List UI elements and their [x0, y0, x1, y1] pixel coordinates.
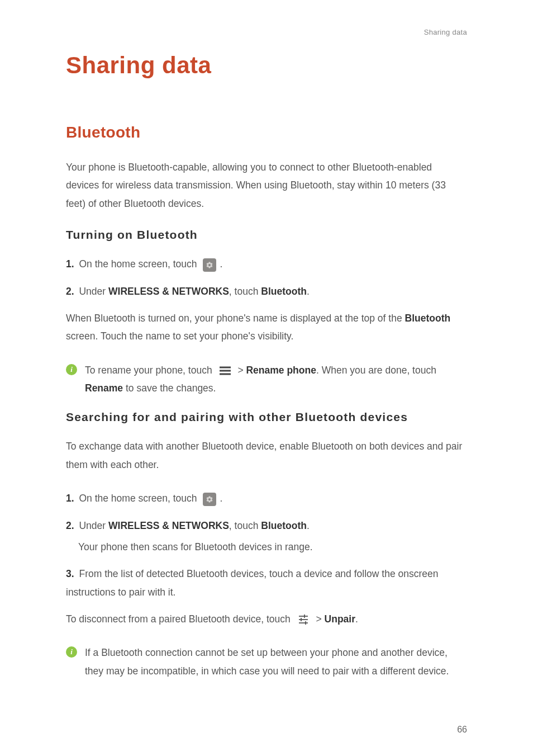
- searching-step3-text: From the list of detected Bluetooth devi…: [66, 568, 439, 597]
- unpair-label: Unpair: [325, 613, 355, 625]
- bluetooth-heading: Bluetooth: [66, 124, 467, 141]
- info-incompatible-text: If a Bluetooth connection cannot be set …: [85, 644, 467, 680]
- step-number-3: 3.: [66, 568, 74, 579]
- wireless-networks-label: WIRELESS & NETWORKS: [108, 286, 229, 297]
- searching-step1-after: .: [220, 493, 222, 504]
- info-b: >: [235, 365, 246, 376]
- turning-on-heading: Turning on Bluetooth: [66, 228, 467, 242]
- step-1-text: On the home screen, touch: [77, 258, 200, 270]
- step-1-after: .: [220, 258, 222, 270]
- sliders-icon: [297, 613, 310, 626]
- info-icon: i: [66, 646, 77, 658]
- step-2c: , touch: [229, 286, 261, 297]
- bluetooth-label-2: Bluetooth: [261, 520, 307, 531]
- searching-intro: To exchange data with another Bluetooth …: [66, 437, 467, 474]
- settings-icon: [203, 493, 216, 506]
- searching-heading: Searching for and pairing with other Blu…: [66, 410, 467, 424]
- disconnect-d: .: [355, 613, 358, 625]
- wireless-networks-label-2: WIRELESS & NETWORKS: [108, 520, 229, 531]
- step-2e: .: [307, 286, 310, 297]
- rename-phone-label: Rename phone: [246, 365, 316, 376]
- searching-step-2: 2. Under WIRELESS & NETWORKS, touch Blue…: [66, 517, 467, 535]
- s2c: , touch: [229, 520, 261, 531]
- result-a: When Bluetooth is turned on, your phone'…: [66, 313, 405, 324]
- step-number-2b: 2.: [66, 520, 74, 531]
- bluetooth-label: Bluetooth: [261, 286, 307, 297]
- disconnect-text: To disconnect from a paired Bluetooth de…: [66, 610, 467, 628]
- step-number-2: 2.: [66, 286, 74, 297]
- bluetooth-intro-text: Your phone is Bluetooth-capable, allowin…: [66, 158, 467, 212]
- menu-icon: [218, 366, 232, 376]
- info-d: . When you are done, touch: [316, 365, 436, 376]
- step-number-1: 1.: [66, 258, 74, 270]
- searching-step2-sub: Your phone then scans for Bluetooth devi…: [78, 538, 467, 556]
- step-number-1b: 1.: [66, 493, 74, 504]
- s2a: Under: [77, 520, 108, 531]
- searching-step-1: 1. On the home screen, touch .: [66, 489, 467, 507]
- info-icon: i: [66, 364, 77, 375]
- settings-icon: [203, 258, 216, 272]
- disconnect-b: >: [313, 613, 325, 625]
- step-2-turning-on: 2. Under WIRELESS & NETWORKS, touch Blue…: [66, 282, 467, 300]
- page-title: Sharing data: [66, 52, 467, 79]
- header-section-label: Sharing data: [66, 28, 467, 36]
- info-a: To rename your phone, touch: [85, 365, 215, 376]
- result-c: screen. Touch the name to set your phone…: [66, 330, 293, 342]
- disconnect-a: To disconnect from a paired Bluetooth de…: [66, 613, 293, 625]
- step-2a: Under: [77, 286, 108, 297]
- s2e: .: [307, 520, 310, 531]
- info-f: to save the changes.: [123, 382, 216, 394]
- step-1-turning-on: 1. On the home screen, touch .: [66, 255, 467, 273]
- info-rename-text: To rename your phone, touch > Rename pho…: [85, 361, 467, 398]
- result-b: Bluetooth: [405, 313, 451, 324]
- info-rename-phone: i To rename your phone, touch > Rename p…: [66, 361, 467, 398]
- searching-step-3: 3. From the list of detected Bluetooth d…: [66, 565, 467, 601]
- info-incompatible: i If a Bluetooth connection cannot be se…: [66, 644, 467, 680]
- rename-label: Rename: [85, 382, 123, 394]
- page-number: 66: [457, 725, 467, 735]
- searching-step1-text: On the home screen, touch: [77, 493, 200, 504]
- turning-on-result: When Bluetooth is turned on, your phone'…: [66, 309, 467, 346]
